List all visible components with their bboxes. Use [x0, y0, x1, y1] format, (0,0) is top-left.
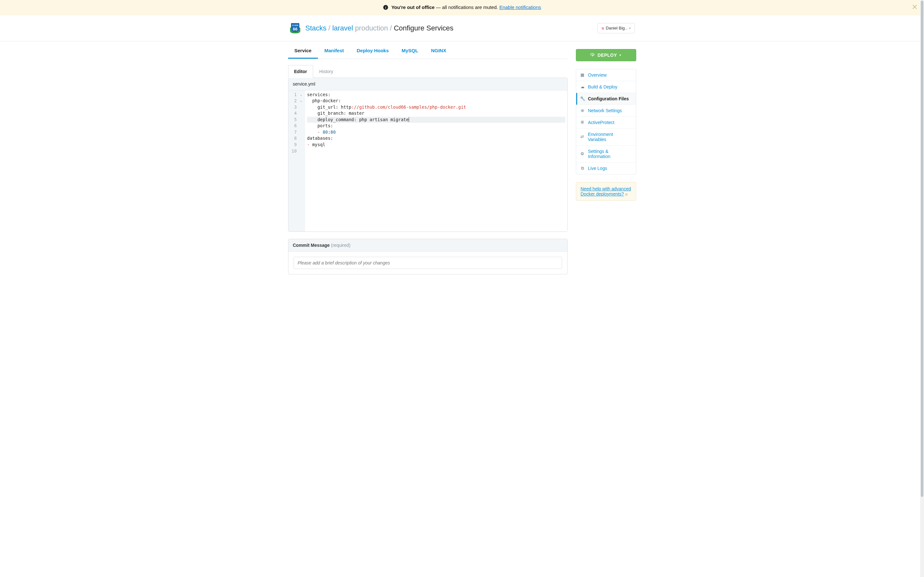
tab-service[interactable]: Service [288, 41, 318, 59]
deploy-label: DEPLOY [598, 53, 617, 58]
page-title: Configure Services [394, 24, 453, 32]
commit-header: Commit Message (required) [288, 239, 567, 251]
tab-mysql[interactable]: MySQL [395, 41, 425, 59]
sidebar-item-overview[interactable]: ▦Overview [576, 69, 636, 81]
line-gutter: 1 ▾2 ▾3 4 5 6 7 8 9 10 [288, 90, 305, 231]
tab-nginx[interactable]: NGINX [425, 41, 453, 59]
copy-icon: ⧉ [580, 166, 585, 171]
sidebar-item-live-logs[interactable]: ⧉Live Logs [576, 163, 636, 174]
deploy-button[interactable]: DEPLOY ▾ [576, 49, 636, 61]
editor-panel: service.yml 1 ▾2 ▾3 4 5 6 7 8 9 10 servi… [288, 77, 567, 232]
help-box: Need help with advancedDocker deployment… [576, 182, 636, 201]
user-name: Daniel Big.. [606, 26, 627, 31]
sidebar-item-label: Environment Variables [588, 132, 632, 142]
external-link-icon: ⧉ [625, 193, 628, 196]
breadcrumb-app[interactable]: laravel [333, 24, 353, 32]
sidebar-item-environment-variables[interactable]: ⇄Environment Variables [576, 129, 636, 145]
sub-tabs: EditorHistory [288, 65, 567, 77]
globe-icon: ⊕ [580, 108, 585, 113]
shield-icon: ⛨ [580, 120, 585, 125]
swap-icon: ⇄ [580, 134, 585, 139]
banner-text-bold: You're out of office [391, 5, 435, 10]
subtab-editor[interactable]: Editor [288, 65, 313, 78]
sidebar-item-label: ActiveProtect [588, 120, 614, 125]
sidebar-item-configuration-files[interactable]: 🔧Configuration Files [576, 93, 636, 105]
sidebar-item-label: Network Settings [588, 108, 622, 113]
file-tabs: ServiceManifestDeploy HooksMySQLNGINX [288, 41, 567, 59]
tab-manifest[interactable]: Manifest [318, 41, 351, 59]
deploy-icon [590, 53, 595, 58]
sidebar-item-label: Build & Deploy [588, 84, 618, 89]
sidebar-item-settings-information[interactable]: ⚙Settings & Information [576, 145, 636, 163]
commit-required: (required) [331, 243, 351, 248]
breadcrumb-env: production [355, 24, 388, 32]
subtab-history[interactable]: History [313, 65, 339, 78]
sidebar-item-network-settings[interactable]: ⊕Network Settings [576, 105, 636, 117]
breadcrumb-sep: / [328, 24, 330, 32]
commit-panel: Commit Message (required) [288, 239, 567, 274]
sidebar-item-label: Settings & Information [588, 149, 632, 159]
svg-text:CLOUD: CLOUD [292, 24, 298, 26]
help-link[interactable]: Need help with advancedDocker deployment… [581, 186, 631, 197]
close-icon[interactable] [912, 4, 918, 11]
out-of-office-banner: i You're out of office — all notificatio… [0, 0, 924, 15]
gear-icon: ⚙ [580, 151, 585, 156]
sidebar-item-label: Live Logs [588, 166, 607, 171]
code-editor[interactable]: 1 ▾2 ▾3 4 5 6 7 8 9 10 services: php-doc… [288, 90, 567, 231]
info-icon: i [383, 5, 388, 11]
editor-filename: service.yml [288, 78, 567, 90]
user-menu-button[interactable]: π Daniel Big.. ▾ [598, 23, 635, 33]
breadcrumb-sep: / [390, 24, 392, 32]
breadcrumb-stacks[interactable]: Stacks [305, 24, 326, 32]
ship-icon: ☁ [580, 84, 585, 89]
scrollbar[interactable] [920, 0, 924, 274]
svg-text:66: 66 [292, 27, 297, 31]
breadcrumb: CLOUD66 Stacks / laravel production / Co… [289, 23, 454, 34]
cloud66-logo: CLOUD66 [289, 23, 301, 34]
sidebar-item-label: Configuration Files [588, 96, 629, 101]
wrench-icon: 🔧 [580, 96, 585, 101]
user-icon: π [602, 26, 604, 31]
grid-icon: ▦ [580, 73, 585, 77]
enable-notifications-link[interactable]: Enable notifications [499, 5, 541, 10]
banner-text: — all notifications are muted. [435, 5, 499, 10]
scrollbar-thumb[interactable] [921, 1, 923, 274]
chevron-down-icon: ▾ [629, 27, 631, 30]
side-nav: ▦Overview☁Build & Deploy🔧Configuration F… [576, 69, 636, 174]
sidebar-item-activeprotect[interactable]: ⛨ActiveProtect [576, 117, 636, 129]
commit-title: Commit Message [293, 243, 330, 248]
tab-deploy-hooks[interactable]: Deploy Hooks [351, 41, 395, 59]
commit-message-input[interactable] [294, 257, 562, 269]
code-content[interactable]: services: php-docker: git_url: http://gi… [305, 90, 567, 231]
chevron-down-icon: ▾ [620, 53, 622, 57]
sidebar-item-build-deploy[interactable]: ☁Build & Deploy [576, 81, 636, 93]
page-header: CLOUD66 Stacks / laravel production / Co… [0, 15, 924, 41]
sidebar-item-label: Overview [588, 73, 607, 77]
